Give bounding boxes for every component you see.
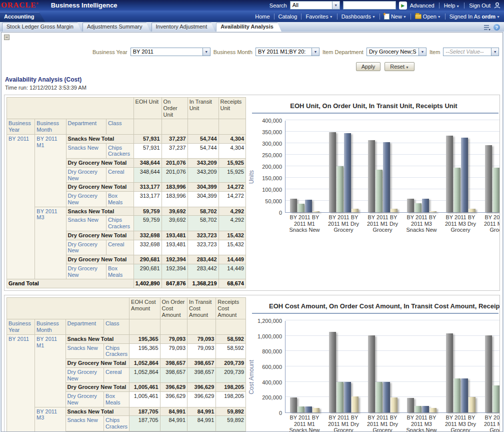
dimension-link-cell[interactable]: Chips Crackers bbox=[104, 416, 130, 431]
nav-favorites[interactable]: Favorites▼ bbox=[306, 14, 332, 20]
nav-open[interactable]: Open▼ bbox=[415, 14, 441, 20]
subtab-availability-analysis[interactable]: Availability Analysis bbox=[216, 23, 282, 32]
dimension-link-cell[interactable]: BY 2011 M3 bbox=[35, 407, 66, 432]
dimension-link-cell[interactable]: BY 2011 M1 bbox=[35, 134, 66, 207]
bar-on-order-unit[interactable] bbox=[492, 168, 500, 212]
dimension-link-cell[interactable]: Dry Grocery New bbox=[66, 240, 106, 255]
bar-on-order-unit[interactable] bbox=[414, 203, 422, 212]
bar-receipts-cost-amount[interactable] bbox=[468, 397, 476, 412]
collapse-icon[interactable]: − bbox=[4, 35, 10, 40]
dimension-link-cell[interactable]: Box Meals bbox=[106, 264, 134, 279]
bar-on-order-cost-amount[interactable] bbox=[298, 406, 304, 412]
dimension-link-cell[interactable]: Snacks New bbox=[66, 216, 106, 231]
subtab-inventory-adjustment[interactable]: Inventory Adjustment bbox=[152, 23, 216, 32]
bar-eoh-unit[interactable] bbox=[290, 199, 297, 212]
column-header-cell[interactable]: Department bbox=[66, 119, 106, 135]
bar-eoh-cost-amount[interactable] bbox=[446, 333, 453, 412]
bar-eoh-cost-amount[interactable] bbox=[368, 335, 375, 412]
dimension-link-cell[interactable]: BY 2011 bbox=[7, 334, 35, 432]
column-header-cell[interactable]: Business Month bbox=[35, 119, 66, 135]
bar-receipts-cost-amount[interactable] bbox=[430, 408, 436, 412]
nav-catalog[interactable]: Catalog bbox=[278, 14, 298, 20]
bar-receipts-unit[interactable] bbox=[352, 209, 358, 212]
dimension-link-cell[interactable]: Chips Crackers bbox=[106, 216, 134, 231]
bar-receipts-cost-amount[interactable] bbox=[352, 396, 358, 412]
bar-eoh-unit[interactable] bbox=[329, 132, 336, 212]
page-options-icon[interactable] bbox=[484, 25, 491, 31]
bar-on-order-unit[interactable] bbox=[298, 204, 304, 212]
bar-receipts-unit[interactable] bbox=[468, 209, 476, 212]
bar-in-transit-unit[interactable] bbox=[383, 142, 390, 212]
bar-in-transit-cost-amount[interactable] bbox=[461, 378, 468, 412]
column-header-cell[interactable]: Class bbox=[106, 119, 134, 135]
bar-on-order-unit[interactable] bbox=[376, 170, 382, 212]
subtab-adjustments-summary[interactable]: Adjustments Summary bbox=[82, 23, 150, 32]
search-scope-select[interactable]: All ▼ bbox=[290, 1, 340, 10]
dimension-link-cell[interactable]: Cereal bbox=[106, 240, 134, 255]
signed-in-menu[interactable]: Signed In As ordm▼ bbox=[450, 14, 500, 20]
dimension-link-cell[interactable]: Dry Grocery New bbox=[66, 367, 104, 383]
bar-eoh-cost-amount[interactable] bbox=[485, 335, 492, 412]
bar-in-transit-cost-amount[interactable] bbox=[383, 382, 390, 412]
sign-out-link[interactable]: Sign Out bbox=[469, 3, 490, 9]
dimension-link-cell[interactable]: Snacks New bbox=[66, 343, 104, 359]
help-icon[interactable]: ? bbox=[494, 24, 500, 31]
bar-eoh-unit[interactable] bbox=[485, 145, 492, 212]
search-go-icon[interactable]: ▶ bbox=[399, 2, 407, 10]
reset-button[interactable]: Reset▼ bbox=[384, 62, 414, 71]
bar-eoh-cost-amount[interactable] bbox=[329, 332, 336, 412]
nav-dashboards[interactable]: Dashboards▼ bbox=[342, 14, 376, 20]
bar-on-order-unit[interactable] bbox=[336, 166, 344, 212]
dimension-link-cell[interactable]: BY 2011 bbox=[7, 134, 35, 279]
bar-receipts-unit[interactable] bbox=[430, 211, 436, 212]
advanced-link[interactable]: Advanced bbox=[410, 3, 434, 9]
dimension-link-cell[interactable]: Dry Grocery New bbox=[66, 167, 106, 183]
business-month-select[interactable]: BY 2011 M1;BY 20:▼ bbox=[256, 48, 320, 56]
bar-in-transit-unit[interactable] bbox=[305, 200, 312, 212]
dimension-link-cell[interactable]: Box Meals bbox=[104, 392, 130, 407]
business-year-select[interactable]: BY 2011▼ bbox=[130, 48, 210, 56]
subtab-stock-ledger-gross-margin[interactable]: Stock Ledger Gross Margin bbox=[2, 23, 82, 32]
bar-on-order-unit[interactable] bbox=[454, 168, 460, 212]
column-header-cell[interactable]: Class bbox=[104, 319, 130, 335]
dimension-link-cell[interactable]: Dry Grocery New bbox=[66, 264, 106, 279]
item-department-select[interactable]: Dry Grocery New;S▼ bbox=[366, 48, 426, 56]
apply-button[interactable]: Apply bbox=[356, 62, 381, 71]
column-header-cell[interactable]: Department bbox=[66, 319, 104, 335]
column-header-cell[interactable]: Business Year bbox=[7, 319, 35, 335]
bar-in-transit-cost-amount[interactable] bbox=[344, 382, 351, 412]
column-header-cell[interactable]: Business Year bbox=[7, 119, 35, 135]
bar-receipts-cost-amount[interactable] bbox=[390, 397, 398, 412]
bar-receipts-unit[interactable] bbox=[390, 209, 398, 212]
dimension-link-cell[interactable]: Dry Grocery New bbox=[66, 392, 104, 407]
bar-eoh-unit[interactable] bbox=[407, 199, 414, 212]
nav-home[interactable]: Home bbox=[255, 14, 270, 20]
dimension-link-cell[interactable]: BY 2011 M3 bbox=[35, 207, 66, 279]
bar-receipts-unit[interactable] bbox=[312, 211, 320, 212]
dimension-link-cell[interactable]: Snacks New bbox=[66, 143, 106, 159]
nav-new[interactable]: New▼ bbox=[384, 14, 406, 20]
item-select[interactable]: --Select Value--▼ bbox=[443, 48, 499, 56]
bar-on-order-cost-amount[interactable] bbox=[376, 382, 382, 412]
help-menu[interactable]: Help▼ bbox=[444, 3, 460, 9]
bar-in-transit-unit[interactable] bbox=[422, 199, 429, 212]
bar-on-order-cost-amount[interactable] bbox=[454, 378, 460, 412]
bar-eoh-cost-amount[interactable] bbox=[407, 398, 414, 412]
dimension-link-cell[interactable]: BY 2011 M1 bbox=[35, 334, 66, 407]
bar-in-transit-cost-amount[interactable] bbox=[305, 406, 312, 412]
search-input[interactable] bbox=[343, 1, 396, 10]
tab-accounting[interactable]: Accounting bbox=[0, 12, 46, 22]
bar-eoh-cost-amount[interactable] bbox=[290, 397, 297, 412]
dimension-link-cell[interactable]: Chips Crackers bbox=[106, 143, 134, 159]
dimension-link-cell[interactable]: Cereal bbox=[106, 167, 134, 183]
bar-in-transit-cost-amount[interactable] bbox=[422, 406, 429, 412]
column-header-cell[interactable]: Business Month bbox=[35, 319, 66, 335]
dimension-link-cell[interactable]: Chips Crackers bbox=[104, 343, 130, 359]
bar-on-order-cost-amount[interactable] bbox=[414, 406, 422, 412]
dimension-link-cell[interactable]: Snacks New bbox=[66, 416, 104, 431]
bar-in-transit-unit[interactable] bbox=[344, 133, 351, 212]
dimension-link-cell[interactable]: Cereal bbox=[104, 367, 130, 383]
bar-on-order-cost-amount[interactable] bbox=[492, 385, 500, 412]
bar-in-transit-unit[interactable] bbox=[461, 138, 468, 212]
bar-eoh-unit[interactable] bbox=[368, 140, 375, 212]
